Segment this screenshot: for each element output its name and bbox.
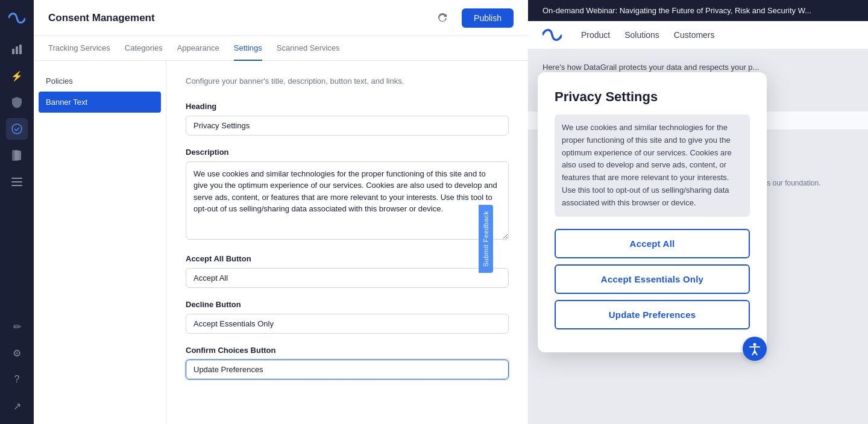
lightning-icon[interactable]: ⚡ — [6, 65, 28, 87]
question-icon[interactable]: ? — [6, 369, 28, 390]
list-icon[interactable] — [6, 171, 28, 193]
bar-chart-icon[interactable] — [6, 39, 28, 60]
confirm-label: Confirm Choices Button — [186, 346, 509, 355]
form-area: Configure your banner's title, descripti… — [166, 61, 528, 424]
website-nav-links: Product Solutions Customers — [581, 30, 854, 40]
confirm-input[interactable] — [186, 360, 509, 379]
website-nav: Product Solutions Customers — [528, 21, 868, 49]
website-nav-solutions[interactable]: Solutions — [624, 30, 659, 40]
book-icon[interactable] — [6, 145, 28, 166]
svg-rect-7 — [11, 181, 22, 182]
shield-icon[interactable] — [6, 92, 28, 113]
website-nav-product[interactable]: Product — [581, 30, 610, 40]
svg-rect-5 — [14, 151, 21, 160]
accept-all-group: Accept All Button — [186, 254, 509, 288]
tab-settings[interactable]: Settings — [234, 36, 262, 61]
svg-rect-8 — [11, 185, 22, 186]
svg-rect-1 — [16, 46, 18, 54]
description-group: Description We use cookies and similar t… — [186, 148, 509, 242]
nav-tabs: Tracking Services Categories Appearance … — [34, 36, 528, 61]
modal-update-preferences-button[interactable]: Update Preferences — [555, 300, 750, 329]
webinar-banner: On-demand Webinar: Navigating the Future… — [528, 0, 868, 21]
tab-appearance[interactable]: Appearance — [177, 36, 219, 61]
publish-button[interactable]: Publish — [462, 8, 514, 28]
tab-categories[interactable]: Categories — [125, 36, 163, 61]
decline-input[interactable] — [186, 314, 509, 334]
consent-icon[interactable] — [6, 118, 28, 140]
left-nav-policies[interactable]: Policies — [34, 70, 166, 92]
tab-scanned-services[interactable]: Scanned Services — [277, 36, 340, 61]
content-area: Policies Banner Text Configure your bann… — [34, 61, 528, 424]
website-nav-customers[interactable]: Customers — [674, 30, 715, 40]
decline-label: Decline Button — [186, 300, 509, 309]
gear-icon[interactable]: ⚙ — [6, 342, 28, 364]
modal-title: Privacy Settings — [555, 89, 750, 105]
main-panel: Consent Management Publish Tracking Serv… — [34, 0, 528, 424]
app-logo — [6, 7, 28, 29]
refresh-button[interactable] — [433, 8, 452, 28]
accept-all-label: Accept All Button — [186, 254, 509, 263]
modal-accept-all-button[interactable]: Accept All — [555, 229, 750, 258]
heading-group: Heading — [186, 102, 509, 136]
feedback-button[interactable]: Submit Feedback — [479, 205, 493, 273]
pencil-icon[interactable]: ✏ — [6, 316, 28, 337]
svg-point-3 — [12, 124, 22, 134]
modal-desc-text: We use cookies and similar technologies … — [562, 123, 732, 207]
left-nav-banner-text[interactable]: Banner Text — [39, 92, 161, 113]
decline-group: Decline Button — [186, 300, 509, 334]
svg-point-9 — [753, 343, 756, 346]
left-nav: Policies Banner Text — [34, 61, 166, 424]
heading-input[interactable] — [186, 116, 509, 136]
webinar-text: On-demand Webinar: Navigating the Future… — [542, 6, 811, 15]
website-logo — [542, 28, 562, 42]
confirm-group: Confirm Choices Button — [186, 346, 509, 379]
accessibility-icon[interactable] — [743, 337, 767, 361]
heading-label: Heading — [186, 102, 509, 111]
tab-tracking-services[interactable]: Tracking Services — [48, 36, 110, 61]
modal-description: We use cookies and similar technologies … — [555, 114, 750, 217]
form-description: Configure your banner's title, descripti… — [186, 75, 509, 87]
modal-accept-essentials-button[interactable]: Accept Essentials Only — [555, 264, 750, 294]
sidebar: ⚡ ✏ ⚙ ? ↗ — [0, 0, 34, 424]
accept-all-input[interactable] — [186, 268, 509, 288]
website-preview: On-demand Webinar: Navigating the Future… — [528, 0, 868, 424]
export-icon[interactable]: ↗ — [6, 395, 28, 417]
topbar: Consent Management Publish — [34, 0, 528, 36]
description-textarea[interactable]: We use cookies and similar technologies … — [186, 161, 509, 240]
page-title: Consent Management — [48, 12, 423, 24]
privacy-modal: Privacy Settings We use cookies and simi… — [538, 72, 767, 352]
svg-rect-0 — [12, 49, 14, 54]
svg-rect-2 — [19, 45, 22, 54]
description-label: Description — [186, 148, 509, 157]
svg-rect-6 — [11, 178, 22, 179]
